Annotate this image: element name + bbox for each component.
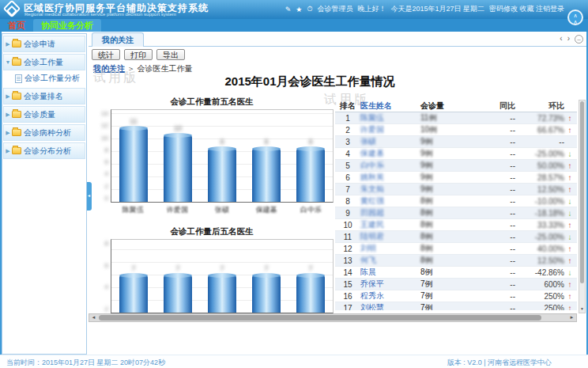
table-row: 5白中乐9例--50.00%↑ — [335, 160, 577, 172]
yoy-cell: -- — [469, 114, 515, 123]
mom-cell: 40.00% — [515, 245, 564, 253]
sidebar-subitem-label: 会诊工作量分析 — [24, 70, 80, 86]
tree-toggle-icon[interactable]: ▶ — [4, 107, 12, 123]
doctor-name-link[interactable]: 黄红强 — [360, 195, 420, 207]
doctor-name-link[interactable]: 乔保平 — [360, 279, 420, 290]
horizontal-scrollbar[interactable]: ◄ ► — [89, 313, 577, 322]
breadcrumb-link[interactable]: 我的关注 — [93, 64, 125, 73]
sidebar-item[interactable]: ▶会诊分布分析 — [3, 142, 85, 159]
horizontal-scrollbar-thumb[interactable] — [99, 315, 541, 321]
current-time-text: 当前时间：2015年01月27日 星期二 20时07分42秒 — [6, 358, 165, 368]
bar-data-label: 7 — [308, 264, 312, 272]
stats-button[interactable]: 统计 — [92, 49, 120, 60]
tree-toggle-icon[interactable]: ▶ — [4, 89, 12, 104]
header-link[interactable]: 密码修改 — [489, 5, 518, 13]
table-row: 14陈晨8例---42.86%↓ — [335, 267, 577, 279]
volume-cell: 8例 — [420, 207, 469, 218]
doctor-name-link[interactable]: 刘松慧 — [360, 302, 420, 310]
table-row: 1陈聚伍11例--72.73%↑ — [335, 112, 577, 124]
user-name: 会诊管理员 — [317, 4, 352, 14]
sidebar-item[interactable]: ▶会诊病种分析 — [3, 124, 85, 141]
scroll-top-button[interactable]: ∧∧ — [567, 9, 583, 25]
yoy-cell: -- — [469, 304, 515, 311]
volume-cell: 11例 — [420, 112, 469, 123]
pencil-icon[interactable]: ✎ — [285, 6, 292, 13]
doctor-name-link[interactable]: 陈聚伍 — [360, 112, 420, 123]
doctor-name-link[interactable]: 朱文灿 — [360, 184, 420, 195]
doctor-name-link[interactable]: 王建民 — [360, 219, 420, 230]
app-subtitle: Regional medical collaboration service p… — [24, 12, 176, 17]
sidebar-collapse-handle[interactable] — [87, 182, 92, 211]
sidebar-item-label: 会诊申请 — [24, 36, 55, 52]
scroll-right-arrow-icon[interactable]: ► — [567, 314, 576, 321]
rank-cell: 7 — [335, 185, 360, 194]
chart-plot-area: 141210864201110888 — [111, 109, 334, 203]
y-tick-label: 6 — [105, 262, 108, 269]
y-tick-label: 12 — [101, 122, 108, 129]
rank-cell: 14 — [335, 268, 360, 277]
folder-icon — [12, 147, 21, 154]
doctor-name-link[interactable]: 陈晨 — [360, 267, 420, 278]
tree-toggle-icon[interactable]: ▶ — [4, 36, 12, 52]
volume-cell: 7例 — [420, 279, 469, 290]
sidebar-item[interactable]: ▶会诊量排名 — [3, 88, 85, 104]
doctor-name-link[interactable]: 刘明 — [360, 243, 420, 254]
scroll-left-arrow-icon[interactable]: ◄ — [89, 314, 98, 321]
yoy-cell: -- — [469, 292, 515, 301]
clock-icon[interactable]: ⏱ — [307, 5, 312, 13]
table-row: 16程秀永7例--250%↑ — [335, 290, 577, 302]
tab-my-focus[interactable]: 我的关注 — [92, 32, 144, 47]
tree-toggle-icon[interactable]: ▶ — [4, 125, 12, 141]
chart-bottom-five: 会诊工作量后五名医生864277777 — [90, 226, 334, 313]
doctor-name-link[interactable]: 程秀永 — [360, 290, 420, 302]
folder-icon — [12, 93, 21, 100]
rank-cell: 16 — [335, 292, 360, 301]
doctor-name-link[interactable]: 白中乐 — [360, 160, 420, 171]
sidebar-subitem[interactable]: 会诊工作量分析 — [2, 70, 86, 86]
tab-scroll-left-icon[interactable]: ‹ — [560, 34, 562, 44]
rank-cell: 4 — [335, 150, 360, 158]
sidebar-item-label: 会诊病种分析 — [24, 125, 71, 141]
doctor-name-link[interactable]: 保建基 — [360, 148, 420, 159]
x-axis-label: 许爱国 — [158, 205, 198, 215]
volume-cell: 8例 — [420, 255, 469, 266]
collapse-panel-icon[interactable]: – — [575, 35, 583, 44]
doctor-name-link[interactable]: 陆明君 — [360, 231, 420, 242]
tree-toggle-icon[interactable]: ▶ — [4, 143, 12, 159]
doctor-name-link[interactable]: 何飞 — [360, 255, 420, 266]
export-button[interactable]: 导出 — [156, 49, 185, 60]
tree-toggle-icon[interactable]: ▼ — [4, 55, 12, 70]
sidebar-item[interactable]: ▶会诊质量 — [3, 106, 85, 123]
header-link[interactable]: 收藏 — [519, 5, 533, 13]
version-text: 版本 : V2.0 | 河南省远程医学中心 — [447, 358, 552, 368]
vertical-scrollbar-thumb[interactable] — [580, 101, 584, 283]
scroll-down-arrow-icon[interactable]: ▼ — [579, 305, 585, 313]
volume-cell: 9例 — [420, 160, 469, 171]
trend-up-icon: ↑ — [564, 126, 575, 135]
header-link[interactable]: 注销登录 — [536, 5, 564, 13]
sidebar-item[interactable]: ▶会诊申请 — [3, 36, 85, 52]
doctor-name-link[interactable]: 姚秋英 — [360, 172, 420, 183]
y-tick-label: 14 — [101, 110, 108, 117]
mom-cell: -25.00% — [515, 233, 564, 241]
star-icon[interactable]: ★ — [296, 6, 302, 13]
doctor-name-link[interactable]: 张硕 — [360, 136, 420, 147]
nav-tab-home[interactable]: 首页 — [0, 19, 33, 32]
folder-icon — [12, 59, 21, 66]
bar: 7 — [252, 275, 281, 313]
rank-cell: 2 — [335, 126, 360, 135]
mom-cell: -- — [515, 138, 564, 146]
x-axis-labels: 陈聚伍许爱国张硕保建基白中乐 — [111, 205, 334, 215]
tab-scroll-right-icon[interactable]: › — [567, 34, 570, 44]
doctor-name-link[interactable]: 许爱国 — [360, 124, 420, 135]
x-axis-label: 张硕 — [202, 205, 242, 215]
nav-tab-analysis[interactable]: 协同业务分析 — [33, 19, 101, 32]
folder-icon — [12, 129, 21, 136]
sidebar-item[interactable]: ▼会诊工作量 — [3, 54, 85, 70]
mom-cell: 28.57% — [515, 173, 564, 182]
vertical-scrollbar[interactable]: ▼ — [579, 100, 586, 313]
y-tick-label: 8 — [105, 146, 108, 154]
doctor-name-link[interactable]: 田园超 — [360, 207, 420, 218]
trend-up-icon: ↑ — [564, 280, 575, 289]
print-button[interactable]: 打印 — [124, 49, 153, 60]
